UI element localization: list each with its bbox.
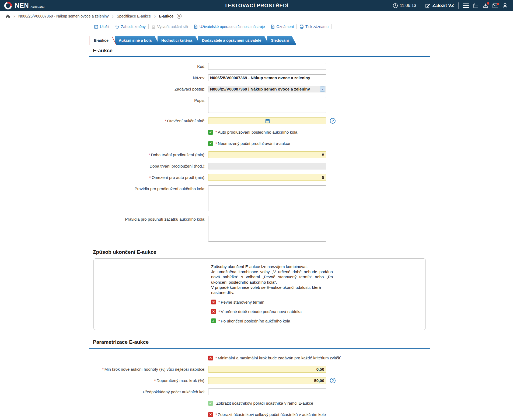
field-label: Min krok nové aukční hodnoty (%) vůči ne… xyxy=(104,367,205,372)
tab-label: E-aukce xyxy=(89,36,117,45)
celkovy-pocet-checkbox[interactable] xyxy=(208,412,213,417)
nen-logo-icon xyxy=(4,1,12,10)
checkbox-label-text: Minimální a maximální krok bude zadáván … xyxy=(218,356,341,360)
popis-textarea[interactable] xyxy=(208,97,326,113)
info-text: Způsoby ukončení E-aukce lze navzájem ko… xyxy=(211,264,333,295)
checkbox-label-text: Zobrazit účastníkovi pořadí účastníka v … xyxy=(216,401,313,405)
tab-dodavatele-a-opravneni-uzivatele[interactable]: Dodavatelé a oprávnění uživatelé xyxy=(198,36,269,45)
urcena-doba-checkbox[interactable] xyxy=(211,309,216,314)
required-mark: * xyxy=(165,119,166,123)
print-record-label: Tisk záznamu xyxy=(305,25,329,29)
required-mark: * xyxy=(218,319,220,323)
nazev-input[interactable] xyxy=(208,74,326,81)
calendar-icon[interactable] xyxy=(473,3,479,8)
field-row-doba-trvani-hod: Doba trvání prodloužení (hod.): xyxy=(89,163,430,169)
auto-prodluzovani-checkbox[interactable] xyxy=(208,130,213,135)
nen-logo[interactable]: NEN Zadavatel xyxy=(4,1,44,10)
save-icon xyxy=(94,25,98,29)
field-label: Doba trvání prodloužení (hod.): xyxy=(149,164,205,168)
field-row-min-krok: *Min krok nové aukční hodnoty (%) vůči n… xyxy=(89,366,430,373)
field-row-pravidla-prodlouzeni: Pravidla pro prodloužení aukčního kola: xyxy=(89,185,430,211)
download-icon[interactable] xyxy=(483,3,488,8)
discard-changes-button[interactable]: Zahodit změny xyxy=(112,25,148,29)
checkbox-label: *Neomezený počet prodlužování e-aukce xyxy=(215,141,290,146)
edit-icon xyxy=(425,3,430,8)
tab-sledovani[interactable]: Sledování xyxy=(267,36,296,45)
breadcrumb: N006/25/V00007369 - Nákup semen ovoce a … xyxy=(0,11,513,21)
help-icon[interactable] xyxy=(330,378,336,383)
user-operations-button[interactable]: Uživatelské operace a činnosti nástroje xyxy=(191,25,268,29)
print-record-button[interactable]: Tisk záznamu xyxy=(297,25,331,29)
info-line-2: Je umožněna kombinace volby „V určené do… xyxy=(211,269,333,285)
mail-icon[interactable] xyxy=(493,4,498,8)
zadavaci-postup-value: N006/25/V00007369 | Nákup semen ovoce a … xyxy=(210,87,320,91)
breadcrumb-item-specification[interactable]: Specifikace E-aukce xyxy=(117,14,151,18)
header-separator xyxy=(421,2,421,9)
poradi-checkbox xyxy=(208,401,213,406)
field-label: Pravidla pro prodloužení aukčního kola: xyxy=(135,186,206,191)
checkbox-label-text: Po ukončení posledního aukčního kola xyxy=(221,319,290,323)
parametrizace-form: *Minimální a maximální krok bude zadáván… xyxy=(89,349,430,420)
checkbox-label-text: Zobrazit účastníkovi celkový počet účast… xyxy=(218,412,326,417)
min-max-krok-checkbox[interactable] xyxy=(208,356,213,360)
section-title-e-aukce: E-aukce xyxy=(89,45,430,57)
open-record-chevron-icon[interactable] xyxy=(320,86,325,92)
required-mark: * xyxy=(154,378,156,383)
pocet-kol-input[interactable] xyxy=(208,388,326,395)
tab-hodnotici-kriteria[interactable]: Hodnotící kritéria xyxy=(158,36,200,45)
zadavaci-postup-field: N006/25/V00007369 | Nákup semen ovoce a … xyxy=(208,86,326,92)
create-vz-button[interactable]: Založit VZ xyxy=(425,3,454,8)
kod-input[interactable] xyxy=(208,63,326,70)
field-row-nazev: Název: xyxy=(89,74,430,81)
field-label: Otevření aukční síně: xyxy=(167,119,205,123)
person-icon[interactable] xyxy=(502,3,508,8)
checkbox-row-pevny-termin: *Pevně stanovený termín xyxy=(211,300,425,304)
save-button[interactable]: Uložit xyxy=(91,25,112,29)
menu-icon[interactable] xyxy=(463,3,469,8)
max-krok-input[interactable] xyxy=(208,377,326,384)
create-vz-label: Založit VZ xyxy=(432,3,454,8)
zpusob-ukonceni-box: Způsoby ukončení E-aukce lze navzájem ko… xyxy=(93,258,426,330)
document-icon xyxy=(194,25,198,29)
checkbox-row-min-max-krok: *Minimální a maximální krok bude zadáván… xyxy=(89,355,430,361)
required-mark: * xyxy=(215,130,217,134)
save-label: Uložit xyxy=(100,25,109,29)
min-krok-input[interactable] xyxy=(208,366,326,373)
pravidla-posunuti-textarea[interactable] xyxy=(208,216,326,242)
top-header: NEN Zadavatel TESTOVACÍ PROSTŘEDÍ 11:06:… xyxy=(0,0,513,11)
home-icon[interactable] xyxy=(5,14,10,19)
checkbox-label-text: V určené době nebude podána nová nabídka xyxy=(221,309,302,314)
header-separator xyxy=(458,2,459,9)
header-clock: 11:06:13 xyxy=(393,3,416,8)
breadcrumb-item-procedure[interactable]: N006/25/V00007369 - Nákup semen ovoce a … xyxy=(18,14,109,18)
po-ukonceni-checkbox[interactable] xyxy=(211,318,216,323)
field-label: Doporučený max. krok (%): xyxy=(156,378,205,383)
notices-button[interactable]: Oznámení xyxy=(268,25,297,29)
checkbox-label: *Zobrazit účastníkovi celkový počet účas… xyxy=(215,412,326,417)
undo-icon xyxy=(115,25,119,29)
omezeni-auto-prodl-input[interactable] xyxy=(208,174,326,181)
section-title-zpusob-ukonceni: Způsob ukončení E-aukce xyxy=(89,246,430,256)
pravidla-prodlouzeni-textarea[interactable] xyxy=(208,185,326,211)
checkbox-label-text: Neomezený počet prodlužování e-aukce xyxy=(218,141,290,146)
field-row-kod: Kód: xyxy=(89,63,430,70)
doba-trvani-min-input[interactable] xyxy=(208,151,326,158)
field-row-pravidla-posunuti: Pravidla pro posunutí začátku aukčního k… xyxy=(89,216,430,242)
close-tab-icon[interactable] xyxy=(177,14,182,19)
neomezeny-pocet-checkbox[interactable] xyxy=(208,141,213,146)
required-mark: * xyxy=(149,152,150,157)
checkbox-row-auto-prodluzovani: *Auto prodlužování posledního aukčního k… xyxy=(89,129,430,136)
help-icon[interactable] xyxy=(330,118,336,124)
tab-e-aukce[interactable]: E-aukce xyxy=(89,36,117,45)
required-mark: * xyxy=(218,309,220,314)
pevny-termin-checkbox[interactable] xyxy=(211,300,216,304)
calendar-picker-icon[interactable] xyxy=(265,119,270,123)
checkbox-label: Zobrazit účastníkovi pořadí účastníka v … xyxy=(215,401,313,405)
required-mark: * xyxy=(102,367,104,372)
environment-title: TESTOVACÍ PROSTŘEDÍ xyxy=(224,3,288,9)
checkbox-label-text: Auto prodlužování posledního aukčního ko… xyxy=(218,130,297,134)
required-mark: * xyxy=(215,412,217,417)
required-mark: * xyxy=(149,175,151,180)
tab-label: Aukční síně a kola xyxy=(115,36,159,45)
tab-aukcni-sine-a-kola[interactable]: Aukční síně a kola xyxy=(115,36,159,45)
